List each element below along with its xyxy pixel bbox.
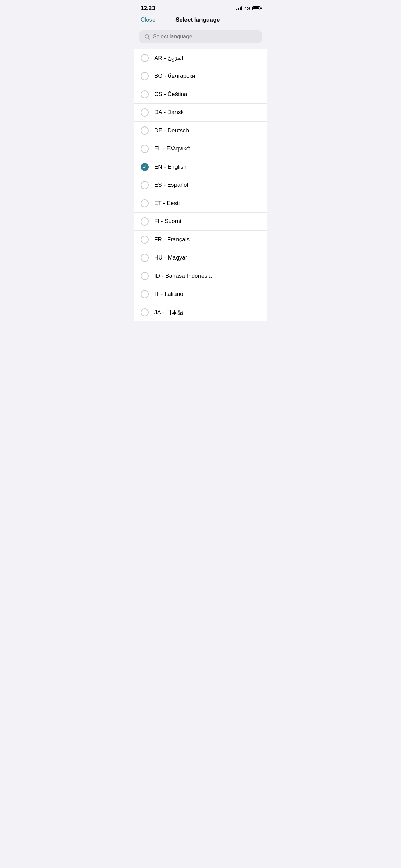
radio-button[interactable] [141,90,149,98]
list-item[interactable]: ID - Bahasa Indonesia [134,267,267,285]
search-box [139,30,262,43]
list-item[interactable]: AR - العَرَبِيَّ [134,49,267,67]
radio-button[interactable] [141,108,149,117]
radio-button[interactable] [141,217,149,226]
language-label: ET - Eesti [154,200,180,207]
radio-button[interactable] [141,181,149,189]
search-icon [144,34,150,40]
list-item[interactable]: ES - Español [134,176,267,194]
signal-icon [236,6,242,10]
radio-button[interactable] [141,290,149,298]
radio-button[interactable] [141,145,149,153]
radio-button[interactable] [141,72,149,80]
search-container [134,27,267,49]
nav-header: Close Select language [134,14,267,27]
radio-button[interactable] [141,163,149,171]
language-label: CS - Čeština [154,91,187,98]
list-item[interactable]: BG - български [134,67,267,85]
radio-button[interactable] [141,199,149,207]
language-label: EN - English [154,164,186,170]
language-label: AR - العَرَبِيَّ [154,55,183,62]
language-label: HU - Magyar [154,254,187,261]
list-item[interactable]: HU - Magyar [134,249,267,267]
radio-button[interactable] [141,254,149,262]
radio-button[interactable] [141,126,149,135]
page-title: Select language [175,16,220,23]
language-label: EL - Ελληνικά [154,145,190,152]
list-item[interactable]: CS - Čeština [134,85,267,104]
radio-button[interactable] [141,236,149,244]
list-item[interactable]: JA - 日本語 [134,303,267,321]
language-label: ES - Español [154,182,188,189]
network-label: 4G [244,6,250,11]
language-label: FI - Suomi [154,218,181,225]
list-item[interactable]: IT - Italiano [134,285,267,303]
list-item[interactable]: FI - Suomi [134,213,267,231]
language-label: JA - 日本語 [154,309,183,316]
list-item[interactable]: EL - Ελληνικά [134,140,267,158]
radio-button[interactable] [141,272,149,280]
language-list: AR - العَرَبِيَّBG - българскиCS - Češti… [134,49,267,321]
radio-button[interactable] [141,54,149,62]
list-item[interactable]: FR - Français [134,231,267,249]
language-label: IT - Italiano [154,291,183,298]
list-item[interactable]: ET - Eesti [134,194,267,213]
status-time: 12.23 [141,5,155,12]
search-input[interactable] [153,34,257,40]
status-bar: 12.23 4G [134,0,267,14]
status-icons: 4G [236,6,260,11]
radio-button[interactable] [141,308,149,316]
language-label: DA - Dansk [154,109,184,116]
close-button[interactable]: Close [141,16,155,23]
language-label: FR - Français [154,236,190,243]
battery-icon [252,6,260,10]
list-item[interactable]: DA - Dansk [134,104,267,122]
list-item[interactable]: DE - Deutsch [134,122,267,140]
list-item[interactable]: EN - English [134,158,267,176]
language-label: DE - Deutsch [154,127,189,134]
language-label: ID - Bahasa Indonesia [154,273,212,279]
language-label: BG - български [154,73,195,80]
svg-line-1 [148,38,149,39]
